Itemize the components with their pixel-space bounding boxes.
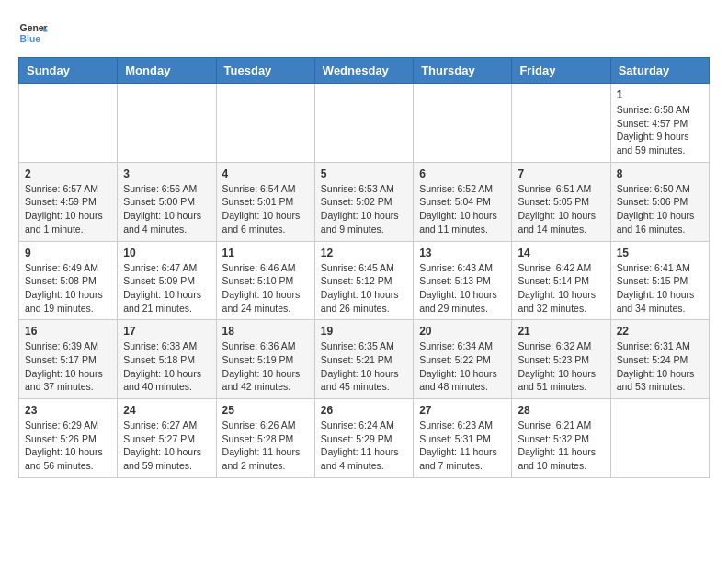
day-number: 9	[25, 247, 111, 259]
day-number: 5	[321, 167, 407, 180]
day-info: Sunrise: 6:36 AM Sunset: 5:19 PM Dayligh…	[222, 339, 309, 394]
day-number: 22	[617, 325, 703, 338]
day-header-wednesday: Wednesday	[314, 58, 413, 84]
day-info: Sunrise: 6:23 AM Sunset: 5:31 PM Dayligh…	[419, 419, 506, 473]
day-cell: 24Sunrise: 6:27 AM Sunset: 5:27 PM Dayli…	[118, 399, 216, 478]
day-header-monday: Monday	[118, 58, 216, 84]
day-number: 18	[222, 325, 309, 338]
day-info: Sunrise: 6:46 AM Sunset: 5:10 PM Dayligh…	[222, 261, 309, 316]
day-of-week-row: SundayMondayTuesdayWednesdayThursdayFrid…	[19, 58, 710, 84]
day-number: 25	[222, 404, 309, 417]
day-number: 28	[518, 404, 604, 417]
day-number: 27	[419, 404, 506, 417]
day-number: 17	[123, 325, 210, 338]
day-number: 11	[222, 247, 309, 259]
day-cell: 4Sunrise: 6:54 AM Sunset: 5:01 PM Daylig…	[216, 162, 314, 241]
day-header-saturday: Saturday	[610, 58, 709, 84]
day-cell: 12Sunrise: 6:45 AM Sunset: 5:12 PM Dayli…	[314, 241, 413, 320]
day-info: Sunrise: 6:21 AM Sunset: 5:32 PM Dayligh…	[518, 419, 604, 473]
day-cell: 19Sunrise: 6:35 AM Sunset: 5:21 PM Dayli…	[314, 320, 413, 399]
day-number: 6	[419, 167, 506, 180]
day-header-thursday: Thursday	[414, 58, 512, 84]
day-cell: 11Sunrise: 6:46 AM Sunset: 5:10 PM Dayli…	[216, 241, 314, 320]
day-cell	[610, 399, 709, 478]
day-info: Sunrise: 6:27 AM Sunset: 5:27 PM Dayligh…	[123, 419, 210, 473]
day-number: 16	[25, 325, 111, 338]
day-info: Sunrise: 6:29 AM Sunset: 5:26 PM Dayligh…	[25, 419, 111, 473]
day-header-tuesday: Tuesday	[216, 58, 314, 84]
day-cell: 25Sunrise: 6:26 AM Sunset: 5:28 PM Dayli…	[216, 399, 314, 478]
day-info: Sunrise: 6:54 AM Sunset: 5:01 PM Dayligh…	[222, 182, 309, 236]
day-info: Sunrise: 6:53 AM Sunset: 5:02 PM Dayligh…	[321, 182, 407, 236]
day-number: 7	[518, 167, 604, 180]
day-number: 14	[518, 247, 604, 259]
day-info: Sunrise: 6:32 AM Sunset: 5:23 PM Dayligh…	[518, 339, 604, 394]
day-cell: 7Sunrise: 6:51 AM Sunset: 5:05 PM Daylig…	[512, 162, 610, 241]
day-info: Sunrise: 6:39 AM Sunset: 5:17 PM Dayligh…	[25, 339, 111, 394]
day-cell: 2Sunrise: 6:57 AM Sunset: 4:59 PM Daylig…	[19, 162, 118, 241]
day-info: Sunrise: 6:35 AM Sunset: 5:21 PM Dayligh…	[321, 339, 407, 394]
logo-icon: General Blue	[18, 18, 48, 48]
week-row-0: 1Sunrise: 6:58 AM Sunset: 4:57 PM Daylig…	[19, 84, 710, 163]
day-cell: 13Sunrise: 6:43 AM Sunset: 5:13 PM Dayli…	[414, 241, 512, 320]
day-info: Sunrise: 6:43 AM Sunset: 5:13 PM Dayligh…	[419, 261, 506, 316]
day-info: Sunrise: 6:58 AM Sunset: 4:57 PM Dayligh…	[617, 103, 703, 157]
day-number: 26	[321, 404, 407, 417]
day-cell: 22Sunrise: 6:31 AM Sunset: 5:24 PM Dayli…	[610, 320, 709, 399]
day-cell: 28Sunrise: 6:21 AM Sunset: 5:32 PM Dayli…	[512, 399, 610, 478]
day-cell: 8Sunrise: 6:50 AM Sunset: 5:06 PM Daylig…	[610, 162, 709, 241]
day-cell	[118, 84, 216, 163]
day-cell: 17Sunrise: 6:38 AM Sunset: 5:18 PM Dayli…	[118, 320, 216, 399]
day-info: Sunrise: 6:47 AM Sunset: 5:09 PM Dayligh…	[123, 261, 210, 316]
day-cell: 21Sunrise: 6:32 AM Sunset: 5:23 PM Dayli…	[512, 320, 610, 399]
day-number: 21	[518, 325, 604, 338]
day-number: 15	[617, 247, 703, 259]
day-cell: 27Sunrise: 6:23 AM Sunset: 5:31 PM Dayli…	[414, 399, 512, 478]
day-cell: 3Sunrise: 6:56 AM Sunset: 5:00 PM Daylig…	[118, 162, 216, 241]
day-number: 3	[123, 167, 210, 180]
day-info: Sunrise: 6:45 AM Sunset: 5:12 PM Dayligh…	[321, 261, 407, 316]
header: General Blue	[18, 18, 710, 48]
day-number: 19	[321, 325, 407, 338]
day-number: 1	[617, 88, 703, 101]
day-number: 2	[25, 167, 111, 180]
svg-text:Blue: Blue	[20, 34, 41, 44]
day-number: 12	[321, 247, 407, 259]
day-cell	[414, 84, 512, 163]
day-info: Sunrise: 6:57 AM Sunset: 4:59 PM Dayligh…	[25, 182, 111, 236]
day-number: 23	[25, 404, 111, 417]
day-info: Sunrise: 6:26 AM Sunset: 5:28 PM Dayligh…	[222, 419, 309, 473]
day-number: 24	[123, 404, 210, 417]
day-info: Sunrise: 6:52 AM Sunset: 5:04 PM Dayligh…	[419, 182, 506, 236]
day-cell: 10Sunrise: 6:47 AM Sunset: 5:09 PM Dayli…	[118, 241, 216, 320]
day-info: Sunrise: 6:50 AM Sunset: 5:06 PM Dayligh…	[617, 182, 703, 236]
calendar-body: 1Sunrise: 6:58 AM Sunset: 4:57 PM Daylig…	[19, 84, 710, 478]
day-header-friday: Friday	[512, 58, 610, 84]
day-cell: 15Sunrise: 6:41 AM Sunset: 5:15 PM Dayli…	[610, 241, 709, 320]
logo: General Blue	[18, 18, 53, 48]
day-cell	[19, 84, 118, 163]
day-cell	[512, 84, 610, 163]
day-info: Sunrise: 6:49 AM Sunset: 5:08 PM Dayligh…	[25, 261, 111, 316]
day-cell: 16Sunrise: 6:39 AM Sunset: 5:17 PM Dayli…	[19, 320, 118, 399]
day-number: 8	[617, 167, 703, 180]
day-header-sunday: Sunday	[19, 58, 118, 84]
day-cell	[314, 84, 413, 163]
day-cell: 6Sunrise: 6:52 AM Sunset: 5:04 PM Daylig…	[414, 162, 512, 241]
day-info: Sunrise: 6:31 AM Sunset: 5:24 PM Dayligh…	[617, 339, 703, 394]
day-cell	[216, 84, 314, 163]
day-info: Sunrise: 6:41 AM Sunset: 5:15 PM Dayligh…	[617, 261, 703, 316]
day-number: 4	[222, 167, 309, 180]
day-cell: 5Sunrise: 6:53 AM Sunset: 5:02 PM Daylig…	[314, 162, 413, 241]
day-cell: 1Sunrise: 6:58 AM Sunset: 4:57 PM Daylig…	[610, 84, 709, 163]
day-info: Sunrise: 6:34 AM Sunset: 5:22 PM Dayligh…	[419, 339, 506, 394]
day-cell: 26Sunrise: 6:24 AM Sunset: 5:29 PM Dayli…	[314, 399, 413, 478]
day-number: 20	[419, 325, 506, 338]
day-cell: 20Sunrise: 6:34 AM Sunset: 5:22 PM Dayli…	[414, 320, 512, 399]
week-row-3: 16Sunrise: 6:39 AM Sunset: 5:17 PM Dayli…	[19, 320, 710, 399]
day-info: Sunrise: 6:38 AM Sunset: 5:18 PM Dayligh…	[123, 339, 210, 394]
day-cell: 23Sunrise: 6:29 AM Sunset: 5:26 PM Dayli…	[19, 399, 118, 478]
day-info: Sunrise: 6:56 AM Sunset: 5:00 PM Dayligh…	[123, 182, 210, 236]
day-cell: 18Sunrise: 6:36 AM Sunset: 5:19 PM Dayli…	[216, 320, 314, 399]
day-number: 10	[123, 247, 210, 259]
